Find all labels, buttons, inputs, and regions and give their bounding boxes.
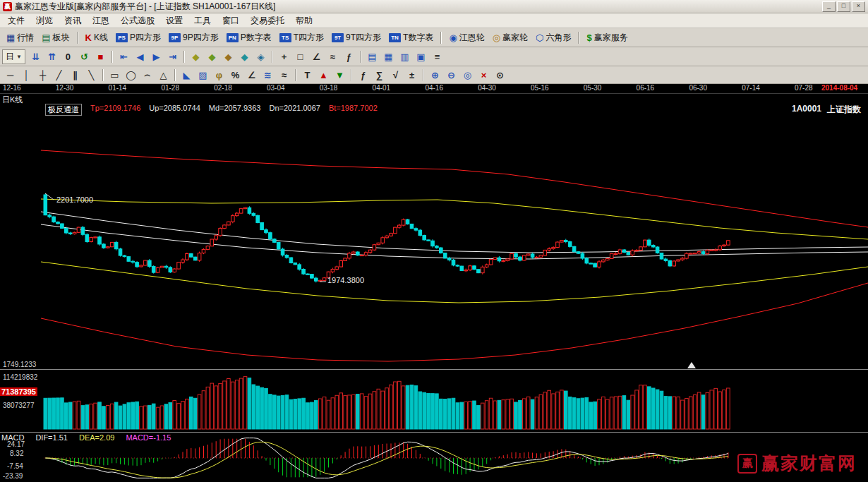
feature-p-number-table-button[interactable]: PNP数字表 — [223, 30, 275, 45]
sum-button[interactable]: ∑ — [371, 68, 387, 82]
9t-square-icon: 9T — [332, 33, 344, 42]
vertical-line-button[interactable]: │ — [18, 68, 35, 82]
gann-grid-button[interactable]: ▨ — [195, 68, 211, 82]
menu-item-7[interactable]: 窗口 — [217, 13, 245, 28]
wave-measure-button[interactable]: ≈ — [325, 49, 341, 64]
full-screen-button[interactable]: ◎ — [459, 68, 476, 82]
macd-dea-value: DEA=2.09 — [79, 433, 114, 442]
maximize-button[interactable]: □ — [837, 1, 850, 12]
compress-bars-button[interactable]: ⇊ — [28, 49, 44, 64]
function-button[interactable]: ƒ — [341, 49, 357, 64]
period-selector-label: 日 — [6, 51, 14, 63]
wave-line-button[interactable]: ≈ — [276, 68, 292, 82]
diamond-winter-button[interactable]: ◆ — [236, 49, 253, 64]
function-icon: ƒ — [346, 52, 351, 62]
app-logo-icon: 赢 — [3, 2, 12, 11]
up-arrow-mark-button[interactable]: ▲ — [315, 68, 332, 82]
feature-9p-square-button[interactable]: 9P9P四方形 — [165, 30, 222, 45]
feature-9t-square-button[interactable]: 9T9T四方形 — [328, 30, 385, 45]
menu-item-2[interactable]: 资讯 — [59, 13, 87, 28]
feature-t-number-table-button[interactable]: TNT数字表 — [385, 30, 437, 45]
percent-line-button[interactable]: % — [227, 68, 243, 82]
menu-item-1[interactable]: 浏览 — [30, 13, 59, 28]
list-icon: ≡ — [435, 52, 440, 62]
feature-winner-service-button[interactable]: $赢家服务 — [583, 30, 631, 45]
down-arrow-mark-button[interactable]: ▼ — [332, 68, 348, 82]
right-panel-button[interactable]: ▥ — [397, 49, 413, 64]
feature-gann-wheel-button[interactable]: ◉江恩轮 — [445, 30, 488, 45]
gann-fan-button[interactable]: ◣ — [179, 68, 195, 82]
p-square-label: P四方形 — [130, 32, 161, 44]
macd-readout: MACD DIF=1.51 DEA=2.09 MACD=-1.15 — [1, 433, 171, 442]
circle-tool-button[interactable]: ◯ — [123, 68, 139, 82]
menu-item-8[interactable]: 交易委托 — [245, 13, 290, 28]
feature-quotes-button[interactable]: ▦行情 — [3, 30, 37, 45]
trend-line-button[interactable]: ╱ — [51, 68, 67, 82]
cross-cursor-button[interactable]: + — [276, 49, 292, 64]
menu-item-0[interactable]: 文件 — [2, 13, 30, 28]
drawing-toolbar-row: 日▼⇊⇈0↺■⇤◀▶⇥◆◆◆◆◈+□∠≈ƒ▤▦▥▣≡ — [0, 47, 868, 66]
diamond-summer-button[interactable]: ◆ — [204, 49, 220, 64]
cross-line-icon: ┼ — [40, 70, 46, 80]
first-bar-button[interactable]: ⇤ — [116, 49, 132, 64]
indicator-name[interactable]: 极反通道 — [45, 104, 82, 116]
golden-section-button[interactable]: φ — [211, 68, 227, 82]
angle-measure-button[interactable]: ∠ — [308, 49, 325, 64]
rectangle-tool-button[interactable]: ▭ — [107, 68, 123, 82]
next-bar-button[interactable]: ▶ — [148, 49, 164, 64]
9p-square-label: 9P四方形 — [183, 32, 219, 44]
menu-item-5[interactable]: 设置 — [160, 13, 188, 28]
cross-line-button[interactable]: ┼ — [35, 68, 51, 82]
segment-line-button[interactable]: ─ — [2, 68, 18, 82]
angle-line-button[interactable]: ∠ — [243, 68, 260, 82]
feature-t-square-button[interactable]: TST四方形 — [276, 30, 327, 45]
feature-hexagon-button[interactable]: ⬡六角形 — [532, 30, 574, 45]
prev-bar-button[interactable]: ◀ — [132, 49, 148, 64]
erase-icon: × — [481, 70, 487, 80]
sqrt-button[interactable]: √ — [387, 68, 404, 82]
minimize-button[interactable]: _ — [822, 1, 836, 12]
tool-settings-button[interactable]: ⊙ — [492, 68, 508, 82]
feature-p-square-button[interactable]: PSP四方形 — [112, 30, 164, 45]
zero-button[interactable]: 0 — [60, 49, 76, 64]
plus-minus-button[interactable]: ± — [404, 68, 420, 82]
diamond-spring-button[interactable]: ◆ — [188, 49, 204, 64]
grid-panel-button[interactable]: ▦ — [380, 49, 397, 64]
left-panel-button[interactable]: ▤ — [364, 49, 380, 64]
record-button[interactable]: ■ — [92, 49, 109, 64]
menu-item-6[interactable]: 工具 — [188, 13, 217, 28]
t-square-icon: TS — [279, 33, 291, 42]
feature-kline-button[interactable]: KK线 — [82, 30, 111, 45]
ray-line-button[interactable]: ╲ — [83, 68, 100, 82]
menu-item-9[interactable]: 帮助 — [290, 13, 318, 28]
feature-sectors-button[interactable]: ▤板块 — [38, 30, 73, 45]
parallel-channel-button[interactable]: ∥ — [67, 68, 83, 82]
indicator-up: Up=2085.0744 — [149, 104, 200, 116]
save-chart-button[interactable]: ▣ — [413, 49, 429, 64]
save-chart-icon: ▣ — [416, 52, 425, 62]
triangle-tool-button[interactable]: △ — [155, 68, 171, 82]
formula-button[interactable]: ƒ — [355, 68, 371, 82]
undo-button[interactable]: ↺ — [76, 49, 92, 64]
diamond-all-button[interactable]: ◈ — [253, 49, 269, 64]
last-bar-button[interactable]: ⇥ — [164, 49, 181, 64]
diamond-summer-icon: ◆ — [208, 52, 215, 62]
period-selector[interactable]: 日▼ — [2, 49, 25, 64]
text-label-button[interactable]: T — [299, 68, 315, 82]
select-box-button[interactable]: □ — [292, 49, 308, 64]
expand-bars-button[interactable]: ⇈ — [44, 49, 60, 64]
arc-tool-button[interactable]: ⌢ — [139, 68, 155, 82]
high-price-annotation: 2201.7000 — [56, 195, 93, 204]
menu-item-3[interactable]: 江恩 — [87, 13, 115, 28]
macd-scale-4: -23.39 — [3, 472, 23, 480]
zoom-in-button[interactable]: ⊕ — [427, 68, 443, 82]
cycle-line-button[interactable]: ≋ — [260, 68, 276, 82]
feature-winner-wheel-button[interactable]: ◎赢家轮 — [489, 30, 531, 45]
list-button[interactable]: ≡ — [429, 49, 445, 64]
menu-item-4[interactable]: 公式选股 — [115, 13, 160, 28]
zoom-out-button[interactable]: ⊖ — [443, 68, 459, 82]
diamond-autumn-button[interactable]: ◆ — [220, 49, 236, 64]
erase-button[interactable]: × — [476, 68, 492, 82]
kline-chart-canvas[interactable] — [0, 84, 868, 482]
close-button[interactable]: × — [852, 1, 865, 12]
